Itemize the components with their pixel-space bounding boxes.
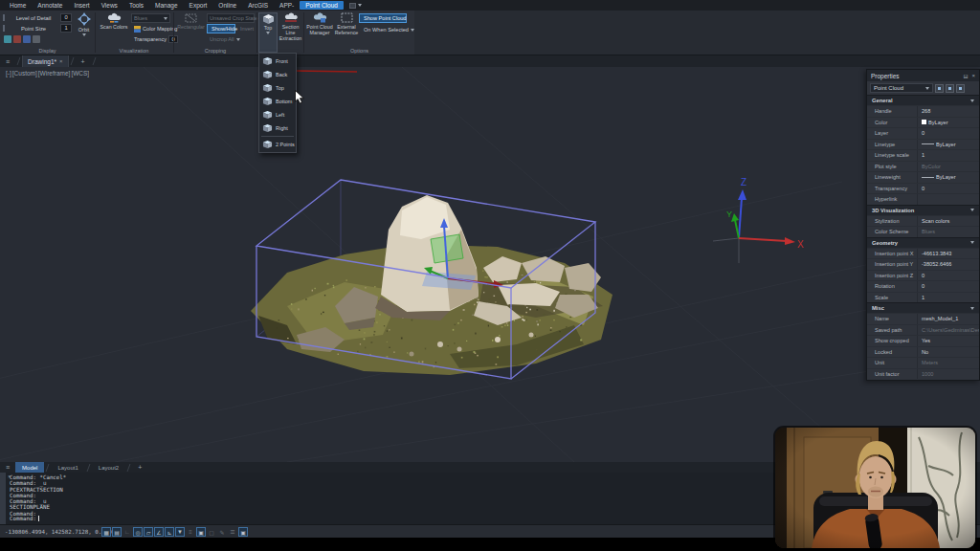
property-value[interactable]: ByLayer — [917, 118, 979, 128]
level-of-detail-value[interactable]: 0 — [60, 13, 72, 22]
point-size-control[interactable]: Point Size 1 — [3, 24, 72, 33]
menu-arcgis[interactable]: ArcGIS — [242, 1, 274, 10]
menu-app[interactable]: APP- — [274, 1, 300, 10]
layout-tabs-menu-icon[interactable]: ≡ — [0, 464, 15, 471]
menu-tools[interactable]: Tools — [123, 1, 149, 10]
property-row-stylization[interactable]: StylizationScan colors — [867, 215, 979, 227]
status-icon-transparency-toggle[interactable]: ▣ — [196, 527, 206, 537]
status-icon-grid-display[interactable]: ▤ — [112, 527, 122, 537]
property-value[interactable]: -38052.6466 — [917, 259, 979, 270]
section-header-3d-visualization[interactable]: 3D Visualization — [867, 205, 979, 215]
menu-export[interactable]: Export — [184, 1, 213, 10]
section-collapse-icon[interactable] — [970, 241, 974, 244]
scan-colors-button[interactable]: Scan Colors — [99, 12, 129, 53]
property-row-unit[interactable]: UnitMeters — [867, 357, 979, 368]
new-layout-button[interactable]: + — [132, 464, 147, 471]
property-row-locked[interactable]: LockedNo — [867, 346, 979, 358]
property-row-layer[interactable]: Layer0 — [867, 127, 979, 139]
viewport-control-wireframe[interactable]: [Wireframe] — [38, 70, 71, 77]
command-prompt[interactable]: Command: — [10, 516, 36, 521]
section-header-geometry[interactable]: Geometry — [867, 237, 979, 248]
status-icon-workspace-switching[interactable]: ▣ — [238, 527, 248, 537]
options-panel-label[interactable]: Options — [304, 48, 414, 54]
property-row-rotation[interactable]: Rotation0 — [867, 280, 979, 292]
menu-insert[interactable]: Insert — [68, 1, 95, 10]
display-panel-label[interactable]: Display — [0, 48, 95, 54]
property-row-plot-style[interactable]: Plot styleByColor — [867, 161, 979, 172]
status-icon-lineweight-display[interactable]: ≡ — [186, 527, 195, 537]
property-row-insertion-point-y[interactable]: Insertion point Y-38052.6466 — [867, 258, 979, 270]
property-value[interactable]: Blues — [917, 227, 979, 237]
crop-state-dropdown[interactable]: Unsaved Crop State — [207, 13, 255, 23]
property-value[interactable]: 1 — [917, 293, 979, 303]
toggle-pickadd-icon[interactable] — [935, 84, 944, 93]
visualization-panel-label[interactable]: Visualization — [96, 48, 172, 54]
property-value[interactable]: 0 — [917, 184, 979, 194]
ribbon-state-caret-icon[interactable] — [358, 4, 362, 7]
view-option-top[interactable]: Top — [259, 81, 296, 95]
point-size-value[interactable]: 1 — [60, 24, 72, 33]
property-value[interactable]: 1000 — [917, 369, 979, 380]
section-line-extraction-button[interactable]: Section Line Extraction — [278, 12, 302, 53]
new-drawing-tab-button[interactable]: + — [76, 58, 91, 65]
property-value[interactable]: Meters — [917, 358, 979, 368]
property-value[interactable]: 0 — [917, 271, 979, 281]
property-row-transparency[interactable]: Transparency0 — [867, 183, 979, 194]
property-value[interactable] — [917, 194, 979, 205]
property-row-linetype-scale[interactable]: Linetype scale1 — [867, 149, 979, 161]
property-row-color-scheme[interactable]: Color SchemeBlues — [867, 226, 979, 237]
viewport-control-wcs[interactable]: [WCS] — [71, 70, 89, 77]
object-type-dropdown[interactable]: Point Cloud — [870, 83, 933, 93]
viewport-control-custom[interactable]: [Custom] — [12, 70, 37, 77]
property-row-lineweight[interactable]: LineweightByLayer — [867, 171, 979, 183]
invert-crop-button[interactable]: Invert — [237, 24, 256, 33]
status-icon-object-snap[interactable]: ⊾ — [165, 527, 174, 537]
property-value[interactable]: ByColor — [917, 162, 979, 172]
view-option-front[interactable]: Front — [259, 55, 296, 68]
property-row-unit-factor[interactable]: Unit factor1000 — [867, 368, 979, 380]
rectangular-crop-button[interactable]: Rectangular — [176, 12, 206, 53]
status-icon-snap-mode[interactable]: ▦ — [101, 527, 111, 537]
drawing-tab[interactable]: Drawing1* × — [22, 55, 69, 67]
menu-views[interactable]: Views — [96, 1, 123, 10]
property-value[interactable]: C:\Users\Gediminas\Desk... — [917, 325, 979, 336]
command-window-grip[interactable] — [0, 473, 6, 524]
property-value[interactable]: ByLayer — [917, 172, 979, 183]
viewport[interactable]: [-][Custom][Wireframe][WCS] — [0, 67, 980, 462]
display-toggle-icon-2[interactable] — [13, 35, 21, 43]
property-row-saved-path[interactable]: Saved pathC:\Users\Gediminas\Desk... — [867, 324, 979, 336]
property-value[interactable]: 0 — [917, 281, 979, 292]
ribbon-state-icon[interactable] — [349, 3, 356, 9]
property-row-scale[interactable]: Scale1 — [867, 292, 979, 303]
menu-annotate[interactable]: Annotate — [32, 1, 68, 10]
view-option-2-points[interactable]: 2 Points — [259, 138, 296, 151]
on-when-selected-button[interactable]: On When Selected — [359, 25, 407, 34]
point-cloud-manager-button[interactable]: Point Cloud Manager — [306, 12, 333, 53]
menu-manage[interactable]: Manage — [149, 1, 184, 10]
property-value[interactable]: Yes — [917, 336, 979, 346]
view-option-right[interactable]: Right — [259, 121, 296, 135]
select-objects-icon[interactable] — [946, 84, 954, 93]
status-icon-annotation-visibility[interactable]: 〓 — [228, 527, 237, 537]
status-icon-annotation-objects[interactable]: ▼ — [175, 527, 185, 537]
view-option-left[interactable]: Left — [259, 108, 296, 121]
status-icon-selection-cycling[interactable]: ▢ — [207, 527, 216, 537]
property-value[interactable]: 268 — [917, 106, 979, 117]
section-collapse-icon[interactable] — [970, 99, 974, 102]
property-row-handle[interactable]: Handle268 — [867, 105, 979, 117]
property-row-name[interactable]: Namemesh_Model_1 — [867, 313, 979, 324]
property-row-show-cropped[interactable]: Show croppedYes — [867, 335, 979, 346]
property-value[interactable]: mesh_Model_1 — [917, 314, 979, 324]
drawing-tab-close-icon[interactable]: × — [59, 58, 63, 64]
status-icon-annotation-scale[interactable]: ✎ — [217, 527, 227, 537]
file-tabs-menu-icon[interactable]: ≡ — [0, 58, 15, 65]
quick-select-icon[interactable] — [956, 84, 965, 93]
show-hide-button[interactable]: Show/Hide — [207, 24, 235, 33]
menu-online[interactable]: Online — [212, 1, 242, 10]
menu-home[interactable]: Home — [4, 1, 32, 10]
property-row-linetype[interactable]: LinetypeByLayer — [867, 139, 979, 150]
property-row-insertion-point-x[interactable]: Insertion point X-46613.3843 — [867, 248, 979, 259]
layout-tab-model[interactable]: Model — [15, 462, 44, 473]
show-point-cloud-toggle[interactable]: Show Point Cloud — [359, 13, 407, 23]
property-row-color[interactable]: ColorByLayer — [867, 117, 979, 128]
